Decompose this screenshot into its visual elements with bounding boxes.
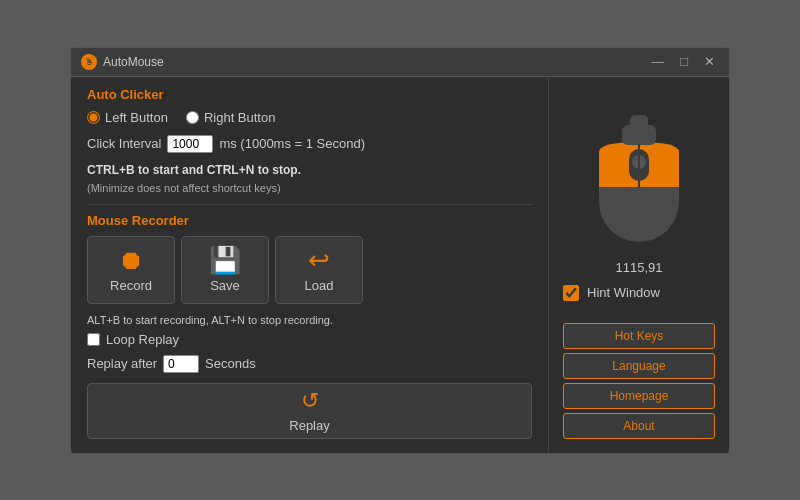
record-icon: ⏺ [118,247,144,273]
hot-keys-button[interactable]: Hot Keys [563,323,715,349]
replay-after-row: Replay after Seconds [87,355,532,373]
mouse-graphic [584,97,694,250]
close-button[interactable]: ✕ [700,55,719,68]
shortcut-text: CTRL+B to start and CTRL+N to stop. [87,163,532,177]
save-icon: 💾 [209,247,241,273]
replay-after-label: Replay after [87,356,157,371]
titlebar-left: 🖱 AutoMouse [81,54,164,70]
right-button-option[interactable]: Right Button [186,110,276,125]
about-button[interactable]: About [563,413,715,439]
hint-window-label: Hint Window [587,285,660,300]
language-label: Language [612,359,665,373]
homepage-button[interactable]: Homepage [563,383,715,409]
minimize-note: (Minimize does not affect shortcut keys) [87,182,532,194]
minimize-button[interactable]: — [647,55,668,68]
replay-after-suffix: Seconds [205,356,256,371]
loop-replay-row: Loop Replay [87,332,532,347]
main-content: Auto Clicker Left Button Right Button Cl… [71,77,729,453]
record-label: Record [110,278,152,293]
titlebar-controls: — □ ✕ [647,55,719,68]
replay-icon: ↺ [301,388,319,414]
left-button-option[interactable]: Left Button [87,110,168,125]
click-interval-suffix: ms (1000ms = 1 Second) [219,136,365,151]
svg-rect-5 [630,115,648,129]
language-button[interactable]: Language [563,353,715,379]
homepage-label: Homepage [610,389,669,403]
load-icon: ↩ [308,247,330,273]
loop-replay-label: Loop Replay [106,332,179,347]
titlebar: 🖱 AutoMouse — □ ✕ [71,48,729,77]
recorder-buttons: ⏺ Record 💾 Save ↩ Load [87,236,532,304]
load-button[interactable]: ↩ Load [275,236,363,304]
record-button[interactable]: ⏺ Record [87,236,175,304]
auto-clicker-title: Auto Clicker [87,87,532,102]
right-panel: 1115,91 Hint Window Hot Keys Language Ho… [549,77,729,453]
click-interval-input[interactable] [167,135,213,153]
load-label: Load [305,278,334,293]
right-button-radio[interactable] [186,111,199,124]
mouse-svg [584,97,694,247]
click-interval-label: Click Interval [87,136,161,151]
left-button-label: Left Button [105,110,168,125]
maximize-button[interactable]: □ [676,55,692,68]
right-button-label: Right Button [204,110,276,125]
left-panel: Auto Clicker Left Button Right Button Cl… [71,77,549,453]
section-divider [87,204,532,205]
save-label: Save [210,278,240,293]
click-interval-row: Click Interval ms (1000ms = 1 Second) [87,135,532,153]
hint-window-row: Hint Window [563,285,715,301]
mouse-coordinates: 1115,91 [616,260,663,275]
replay-label: Replay [289,418,329,433]
hint-window-checkbox[interactable] [563,285,579,301]
hot-keys-label: Hot Keys [615,329,664,343]
about-label: About [623,419,654,433]
replay-after-input[interactable] [163,355,199,373]
save-button[interactable]: 💾 Save [181,236,269,304]
button-selection: Left Button Right Button [87,110,532,125]
loop-replay-checkbox[interactable] [87,333,100,346]
replay-button[interactable]: ↺ Replay [87,383,532,439]
titlebar-title: AutoMouse [103,55,164,69]
mouse-recorder-title: Mouse Recorder [87,213,532,228]
app-icon: 🖱 [81,54,97,70]
main-window: 🖱 AutoMouse — □ ✕ Auto Clicker Left Butt… [70,47,730,454]
right-side-buttons: Hot Keys Language Homepage About [563,323,715,439]
recorder-alt-text: ALT+B to start recording, ALT+N to stop … [87,314,532,326]
left-button-radio[interactable] [87,111,100,124]
